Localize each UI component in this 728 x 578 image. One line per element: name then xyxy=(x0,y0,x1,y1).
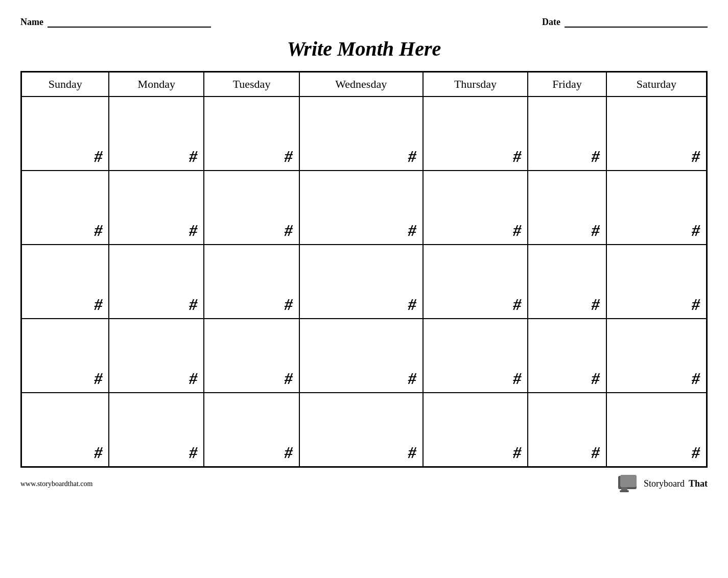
day-number: # xyxy=(408,443,416,462)
cell-r2-tue[interactable]: # xyxy=(204,171,299,245)
day-number: # xyxy=(408,147,416,165)
svg-rect-3 xyxy=(620,490,629,492)
brand-name-bold: That xyxy=(689,478,708,489)
calendar-body: # # # # # # # # # # # # # # # # # # xyxy=(21,97,707,467)
cell-r4-tue[interactable]: # xyxy=(204,319,299,393)
header-tuesday: Tuesday xyxy=(204,72,299,97)
cell-r5-thu[interactable]: # xyxy=(423,393,528,467)
calendar-row-3: # # # # # # # xyxy=(21,245,707,319)
name-input-line[interactable] xyxy=(48,15,211,28)
day-number: # xyxy=(189,221,197,239)
cell-r4-wed[interactable]: # xyxy=(299,319,423,393)
date-input-line[interactable] xyxy=(565,15,708,28)
cell-r2-wed[interactable]: # xyxy=(299,171,423,245)
cell-r5-mon[interactable]: # xyxy=(109,393,204,467)
calendar-header: Sunday Monday Tuesday Wednesday Thursday… xyxy=(21,72,707,97)
day-number: # xyxy=(94,369,102,388)
day-number: # xyxy=(592,295,600,314)
cell-r2-sat[interactable]: # xyxy=(606,171,707,245)
day-number: # xyxy=(94,443,102,462)
day-number: # xyxy=(692,147,700,165)
cell-r3-sun[interactable]: # xyxy=(21,245,109,319)
day-number: # xyxy=(189,443,197,462)
cell-r1-sat[interactable]: # xyxy=(606,97,707,171)
cell-r1-mon[interactable]: # xyxy=(109,97,204,171)
day-number: # xyxy=(189,295,197,314)
cell-r1-tue[interactable]: # xyxy=(204,97,299,171)
day-headers-row: Sunday Monday Tuesday Wednesday Thursday… xyxy=(21,72,707,97)
cell-r1-fri[interactable]: # xyxy=(528,97,606,171)
calendar-row-2: # # # # # # # xyxy=(21,171,707,245)
calendar-grid: Sunday Monday Tuesday Wednesday Thursday… xyxy=(20,71,708,468)
calendar-row-5: # # # # # # # xyxy=(21,393,707,467)
day-number: # xyxy=(189,369,197,388)
header-row: Name Date xyxy=(20,15,708,28)
day-number: # xyxy=(285,443,293,462)
day-number: # xyxy=(285,221,293,239)
name-field: Name xyxy=(20,15,211,28)
cell-r5-fri[interactable]: # xyxy=(528,393,606,467)
day-number: # xyxy=(692,443,700,462)
day-number: # xyxy=(513,369,521,388)
header-monday: Monday xyxy=(109,72,204,97)
cell-r5-sat[interactable]: # xyxy=(606,393,707,467)
cell-r5-sun[interactable]: # xyxy=(21,393,109,467)
day-number: # xyxy=(285,147,293,165)
day-number: # xyxy=(94,147,102,165)
name-label: Name xyxy=(20,17,43,28)
cell-r3-thu[interactable]: # xyxy=(423,245,528,319)
day-number: # xyxy=(513,443,521,462)
cell-r1-thu[interactable]: # xyxy=(423,97,528,171)
cell-r3-tue[interactable]: # xyxy=(204,245,299,319)
storyboardthat-logo-icon xyxy=(618,475,640,493)
day-number: # xyxy=(592,221,600,239)
day-number: # xyxy=(692,295,700,314)
cell-r3-mon[interactable]: # xyxy=(109,245,204,319)
day-number: # xyxy=(692,369,700,388)
footer: www.storyboardthat.com StoryboardThat xyxy=(20,475,708,493)
cell-r4-sat[interactable]: # xyxy=(606,319,707,393)
day-number: # xyxy=(592,147,600,165)
cell-r1-sun[interactable]: # xyxy=(21,97,109,171)
day-number: # xyxy=(513,147,521,165)
day-number: # xyxy=(94,221,102,239)
calendar-row-4: # # # # # # # xyxy=(21,319,707,393)
page: Name Date Write Month Here Sunday Monday… xyxy=(0,0,728,578)
day-number: # xyxy=(408,295,416,314)
cell-r4-mon[interactable]: # xyxy=(109,319,204,393)
day-number: # xyxy=(513,295,521,314)
cell-r2-thu[interactable]: # xyxy=(423,171,528,245)
cell-r3-fri[interactable]: # xyxy=(528,245,606,319)
cell-r3-sat[interactable]: # xyxy=(606,245,707,319)
header-saturday: Saturday xyxy=(606,72,707,97)
day-number: # xyxy=(189,147,197,165)
cell-r4-thu[interactable]: # xyxy=(423,319,528,393)
cell-r3-wed[interactable]: # xyxy=(299,245,423,319)
header-sunday: Sunday xyxy=(21,72,109,97)
calendar-row-1: # # # # # # # xyxy=(21,97,707,171)
page-title: Write Month Here xyxy=(20,37,708,61)
cell-r2-sun[interactable]: # xyxy=(21,171,109,245)
header-friday: Friday xyxy=(528,72,606,97)
day-number: # xyxy=(408,369,416,388)
cell-r2-mon[interactable]: # xyxy=(109,171,204,245)
cell-r1-wed[interactable]: # xyxy=(299,97,423,171)
footer-url: www.storyboardthat.com xyxy=(20,480,92,488)
day-number: # xyxy=(592,369,600,388)
cell-r2-fri[interactable]: # xyxy=(528,171,606,245)
day-number: # xyxy=(513,221,521,239)
header-wednesday: Wednesday xyxy=(299,72,423,97)
svg-rect-1 xyxy=(620,475,637,487)
brand-name-regular: Storyboard xyxy=(644,478,685,489)
date-field: Date xyxy=(542,15,708,28)
cell-r4-sun[interactable]: # xyxy=(21,319,109,393)
day-number: # xyxy=(592,443,600,462)
day-number: # xyxy=(285,295,293,314)
cell-r5-wed[interactable]: # xyxy=(299,393,423,467)
cell-r5-tue[interactable]: # xyxy=(204,393,299,467)
header-thursday: Thursday xyxy=(423,72,528,97)
cell-r4-fri[interactable]: # xyxy=(528,319,606,393)
day-number: # xyxy=(692,221,700,239)
day-number: # xyxy=(285,369,293,388)
brand-icon xyxy=(618,475,640,493)
